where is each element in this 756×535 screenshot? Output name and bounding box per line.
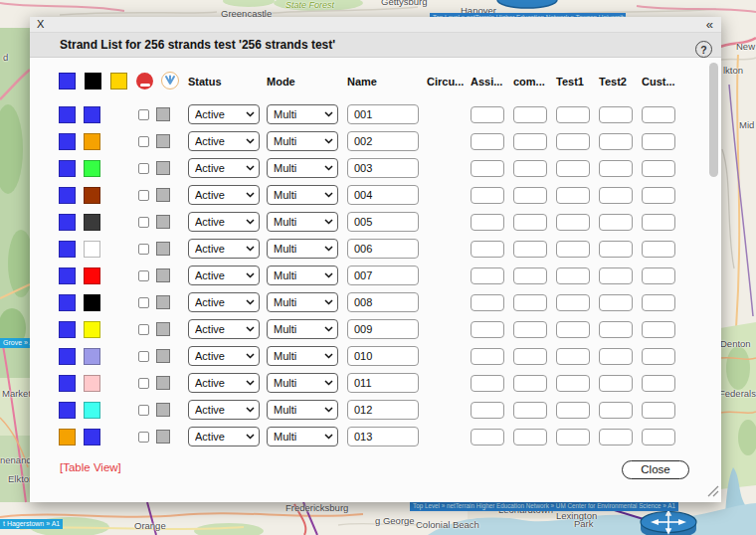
name-input[interactable]: [347, 319, 419, 339]
mode-select[interactable]: Multi: [267, 212, 338, 232]
fiber-color-swatch[interactable]: [84, 321, 100, 338]
comments-input[interactable]: [513, 294, 547, 311]
fiber-color-swatch[interactable]: [84, 429, 100, 446]
test2-input[interactable]: [599, 241, 633, 258]
custom-input[interactable]: [642, 133, 675, 150]
tube-color-swatch[interactable]: [59, 160, 76, 177]
row-checkbox[interactable]: [138, 405, 149, 416]
custom-input[interactable]: [642, 321, 675, 338]
row-checkbox[interactable]: [138, 378, 149, 389]
name-input[interactable]: [347, 400, 419, 420]
name-input[interactable]: [347, 104, 419, 124]
custom-input[interactable]: [642, 160, 675, 177]
row-gray-button[interactable]: [156, 268, 170, 282]
name-input[interactable]: [347, 131, 419, 151]
row-gray-button[interactable]: [156, 161, 170, 175]
row-gray-button[interactable]: [156, 295, 170, 309]
comments-input[interactable]: [513, 348, 547, 365]
test2-input[interactable]: [599, 106, 633, 123]
assignment-input[interactable]: [471, 268, 504, 284]
tube-color-swatch[interactable]: [59, 348, 76, 365]
assignment-input[interactable]: [471, 375, 504, 392]
row-gray-button[interactable]: [156, 215, 170, 229]
row-gray-button[interactable]: [156, 322, 170, 336]
comments-input[interactable]: [513, 160, 547, 177]
custom-input[interactable]: [642, 429, 675, 446]
test1-input[interactable]: [556, 241, 590, 258]
mode-select[interactable]: Multi: [267, 131, 338, 151]
test2-input[interactable]: [599, 214, 633, 231]
mode-select[interactable]: Multi: [267, 346, 338, 366]
help-button[interactable]: ?: [695, 41, 712, 58]
resize-handle-icon[interactable]: [706, 484, 719, 497]
status-select[interactable]: Active: [188, 185, 260, 205]
name-input[interactable]: [347, 158, 419, 178]
test1-input[interactable]: [556, 160, 590, 177]
comments-input[interactable]: [513, 321, 547, 338]
name-input[interactable]: [347, 292, 419, 312]
assignment-input[interactable]: [471, 106, 504, 123]
row-gray-button[interactable]: [156, 430, 170, 444]
fiber-color-swatch[interactable]: [84, 294, 100, 311]
test2-input[interactable]: [599, 187, 633, 204]
comments-input[interactable]: [513, 214, 547, 231]
assignment-input[interactable]: [471, 241, 504, 258]
router-node-icon[interactable]: [641, 511, 696, 535]
row-gray-button[interactable]: [156, 349, 170, 363]
test1-input[interactable]: [556, 106, 590, 123]
test1-input[interactable]: [556, 294, 590, 311]
test2-input[interactable]: [599, 348, 633, 365]
fiber-color-swatch[interactable]: [84, 375, 100, 392]
comments-input[interactable]: [513, 106, 547, 123]
status-select[interactable]: Active: [188, 427, 260, 446]
assignment-input[interactable]: [471, 402, 504, 419]
row-checkbox[interactable]: [138, 190, 149, 201]
fiber-color-swatch[interactable]: [84, 187, 100, 204]
name-input[interactable]: [347, 373, 419, 393]
tube-color-swatch[interactable]: [59, 106, 76, 123]
assignment-input[interactable]: [471, 294, 504, 311]
tube-color-swatch[interactable]: [59, 187, 76, 204]
test2-input[interactable]: [599, 429, 633, 446]
comments-input[interactable]: [513, 187, 547, 204]
test1-input[interactable]: [556, 268, 590, 284]
status-select[interactable]: Active: [188, 104, 260, 124]
test1-input[interactable]: [556, 348, 590, 365]
test2-input[interactable]: [599, 375, 633, 392]
mode-select[interactable]: Multi: [267, 427, 338, 446]
assignment-input[interactable]: [471, 429, 504, 446]
custom-input[interactable]: [642, 268, 675, 284]
dialog-collapse-button[interactable]: «: [706, 17, 713, 32]
test1-input[interactable]: [556, 133, 590, 150]
assignment-input[interactable]: [471, 321, 504, 338]
custom-input[interactable]: [642, 214, 675, 231]
fiber-color-swatch[interactable]: [84, 106, 100, 123]
row-gray-button[interactable]: [156, 242, 170, 256]
row-gray-button[interactable]: [156, 107, 170, 121]
test2-input[interactable]: [599, 294, 633, 311]
status-select[interactable]: Active: [188, 400, 260, 420]
splitter-icon[interactable]: [161, 72, 179, 89]
name-input[interactable]: [347, 185, 419, 205]
row-checkbox[interactable]: [138, 244, 149, 255]
test1-input[interactable]: [556, 375, 590, 392]
comments-input[interactable]: [513, 375, 547, 392]
name-input[interactable]: [347, 427, 419, 446]
yellow-swatch-button[interactable]: [110, 73, 127, 89]
mode-select[interactable]: Multi: [267, 373, 338, 393]
test2-input[interactable]: [599, 402, 633, 419]
mode-select[interactable]: Multi: [267, 292, 338, 312]
fiber-color-swatch[interactable]: [84, 241, 100, 258]
row-gray-button[interactable]: [156, 134, 170, 148]
fiber-color-swatch[interactable]: [84, 402, 100, 419]
row-gray-button[interactable]: [156, 188, 170, 202]
tube-color-swatch[interactable]: [59, 294, 76, 311]
fiber-color-swatch[interactable]: [84, 214, 100, 231]
row-gray-button[interactable]: [156, 403, 170, 417]
row-checkbox[interactable]: [138, 109, 149, 120]
assignment-input[interactable]: [471, 348, 504, 365]
test2-input[interactable]: [599, 268, 633, 284]
tube-color-swatch[interactable]: [59, 402, 76, 419]
fiber-color-swatch[interactable]: [84, 133, 100, 150]
row-checkbox[interactable]: [138, 351, 149, 362]
